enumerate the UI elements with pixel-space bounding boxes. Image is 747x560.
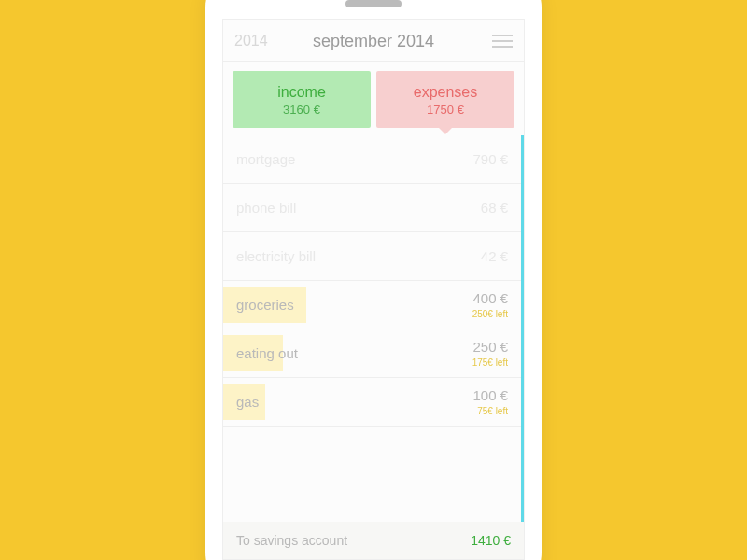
expense-list[interactable]: mortgage790 €phone bill68 €electricity b…	[223, 135, 524, 522]
tab-expenses-label: expenses	[376, 84, 514, 101]
tab-income-label: income	[233, 84, 371, 101]
amount-left: 75€ left	[472, 407, 508, 416]
amount-left: 175€ left	[472, 358, 508, 368]
expense-name: groceries	[236, 297, 294, 313]
expense-amount: 400 €	[472, 290, 508, 306]
list-item[interactable]: electricity bill42 €	[223, 232, 521, 281]
tab-income[interactable]: income 3160 €	[233, 71, 371, 128]
list-item[interactable]: gas100 €75€ left	[223, 378, 521, 427]
expense-amount: 68 €	[481, 200, 508, 216]
savings-value: 1410 €	[471, 533, 511, 548]
header-bar: 2014 september 2014	[223, 20, 524, 62]
expense-name: gas	[236, 394, 259, 410]
savings-label: To savings account	[236, 533, 347, 548]
expense-name: mortgage	[236, 151, 295, 167]
list-item[interactable]: phone bill68 €	[223, 184, 521, 232]
list-item[interactable]: eating out250 €175€ left	[223, 329, 521, 378]
summary-tabs: income 3160 € expenses 1750 €	[223, 62, 524, 128]
list-item[interactable]: groceries400 €250€ left	[223, 281, 521, 329]
expense-amount: 790 €	[472, 151, 508, 167]
list-item[interactable]: mortgage790 €	[223, 135, 521, 184]
amount-left: 250€ left	[472, 310, 508, 319]
tab-expenses[interactable]: expenses 1750 €	[376, 71, 514, 128]
app-screen: 2014 september 2014 income 3160 € expens…	[222, 19, 525, 560]
expense-amount: 250 €	[472, 339, 508, 355]
expense-name: electricity bill	[236, 248, 316, 264]
savings-footer: To savings account 1410 €	[223, 522, 524, 559]
expense-amount: 42 €	[481, 248, 508, 264]
phone-frame: 2014 september 2014 income 3160 € expens…	[205, 0, 542, 560]
tab-income-amount: 3160 €	[233, 103, 371, 117]
prev-month-label[interactable]: 2014	[234, 33, 268, 49]
expense-name: phone bill	[236, 200, 296, 216]
current-month-title: september 2014	[313, 32, 434, 51]
speaker-slot	[345, 0, 402, 7]
expense-name: eating out	[236, 345, 298, 361]
expense-amount: 100 €	[472, 387, 508, 403]
tab-expenses-amount: 1750 €	[376, 103, 514, 117]
hamburger-menu-icon[interactable]	[492, 35, 513, 48]
